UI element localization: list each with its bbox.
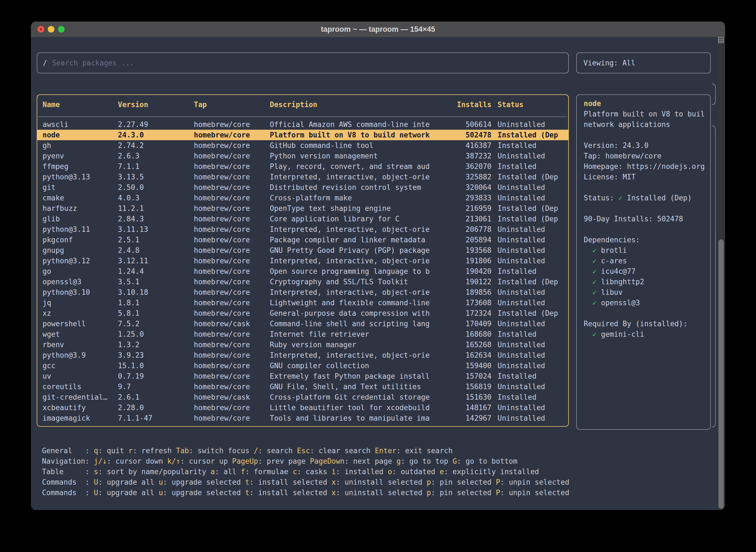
cell-description: GNU Pretty Good Privacy (PGP) package (270, 246, 430, 255)
help-text: : uninstall selected (336, 489, 426, 497)
cell-name: imagemagick (42, 414, 118, 422)
cell-tap: homebrew/core (194, 236, 270, 244)
cell-version: 2.50.0 (118, 183, 194, 191)
table-row[interactable]: coreutils9.7homebrew/coreGNU File, Shell… (37, 382, 568, 392)
table-row[interactable]: pyenv2.6.3homebrew/corePython version ma… (37, 151, 568, 161)
table-row[interactable]: python@3.123.12.11homebrew/coreInterpret… (37, 256, 568, 266)
table-row[interactable]: imagemagick7.1.1-47homebrew/coreTools an… (37, 413, 568, 423)
help-text: General : (42, 446, 94, 455)
cell-name: git-credential… (42, 393, 118, 401)
cell-tap: homebrew/core (194, 404, 270, 412)
cell-installs: 191806 (430, 257, 492, 265)
viewing-filter[interactable]: Viewing: All (576, 52, 711, 74)
cell-tap: homebrew/core (194, 152, 270, 160)
cell-status: Installed (492, 162, 558, 170)
check-icon: ✓ (592, 257, 597, 265)
cell-name: wget (42, 330, 118, 338)
table-row[interactable]: node24.3.0homebrew/corePlatform built on… (37, 130, 568, 140)
cell-installs: 205894 (430, 236, 492, 244)
cell-status: Uninstalled (492, 351, 558, 359)
check-icon: ✓ (592, 330, 597, 338)
column-header-tap[interactable]: Tap (194, 101, 270, 109)
cell-tap: homebrew/core (194, 372, 270, 380)
help-text: Table : (42, 467, 94, 476)
table-row[interactable]: awscli2.27.49homebrew/coreOfficial Amazo… (37, 119, 568, 130)
table-row[interactable]: python@3.93.9.23homebrew/coreInterpreted… (37, 350, 568, 361)
scrollbar-thumb[interactable] (719, 239, 724, 509)
cell-description: Command-line shell and scripting langua… (270, 320, 430, 328)
table-row[interactable]: powershell7.5.2homebrew/caskCommand-line… (37, 318, 568, 329)
search-box[interactable]: / (37, 52, 569, 74)
cell-description: Interpreted, interactive, object-orient… (270, 173, 430, 181)
table-row[interactable]: ffmpeg7.1.1homebrew/corePlay, record, co… (37, 161, 568, 172)
table-row[interactable]: jq1.8.1homebrew/coreLightweight and flex… (37, 297, 568, 308)
detail-package-name: node (584, 99, 601, 108)
help-text: : switch focus (189, 446, 254, 455)
cell-name: python@3.12 (42, 257, 118, 265)
cell-description: Distributed revision control system (270, 183, 430, 191)
column-header-version[interactable]: Version (118, 101, 194, 109)
table-row[interactable]: xz5.8.1homebrew/coreGeneral-purpose data… (37, 308, 568, 318)
cell-description: Python version management (270, 152, 430, 160)
cell-installs: 159400 (430, 362, 492, 370)
cell-version: 11.2.1 (118, 204, 194, 213)
table-row[interactable]: gcc15.1.0homebrew/coreGNU compiler colle… (37, 361, 568, 371)
table-row[interactable]: python@3.113.11.13homebrew/coreInterpret… (37, 224, 568, 235)
help-text: : quit (98, 446, 129, 455)
help-line: General : q: quit r: refresh Tab: switch… (42, 445, 570, 456)
cell-installs: 168680 (430, 330, 492, 338)
cell-tap: homebrew/core (194, 257, 270, 265)
cell-installs: 206778 (430, 225, 492, 234)
cell-name: git (42, 183, 118, 191)
column-header-description[interactable]: Description (270, 101, 430, 109)
cell-tap: homebrew/core (194, 383, 270, 391)
detail-line: ✓ c-ares (584, 256, 710, 266)
table-row[interactable]: openssl@33.5.1homebrew/coreCryptography … (37, 277, 568, 287)
table-row[interactable]: git2.50.0homebrew/coreDistributed revisi… (37, 182, 568, 193)
cell-tap: homebrew/core (194, 267, 270, 275)
table-row[interactable]: glib2.84.3homebrew/coreCore application … (37, 214, 568, 224)
cell-status: Uninstalled (492, 299, 558, 307)
table-row[interactable]: xcbeautify2.28.0homebrew/coreLittle beau… (37, 402, 568, 413)
table-row[interactable]: go1.24.4homebrew/coreOpen source program… (37, 266, 568, 277)
help-line: Commands : U: upgrade all u: upgrade sel… (42, 477, 570, 488)
cell-version: 7.5.2 (118, 320, 194, 328)
cell-installs: 325882 (430, 173, 492, 181)
table-row[interactable]: git-credential…2.6.1homebrew/caskCross-p… (37, 392, 568, 402)
search-input[interactable] (51, 58, 563, 67)
column-header-status[interactable]: Status (492, 101, 558, 109)
column-header-name[interactable]: Name (42, 101, 118, 109)
help-text: : sort by name/popularity (98, 467, 211, 476)
cell-description: Play, record, convert, and stream audio… (270, 162, 430, 170)
table-row[interactable]: python@3.103.10.18homebrew/coreInterpret… (37, 287, 568, 297)
table-row[interactable]: cmake4.0.3homebrew/coreCross-platform ma… (37, 193, 568, 203)
cell-version: 1.25.0 (118, 330, 194, 338)
cell-status: Uninstalled (492, 194, 558, 202)
table-row[interactable]: harfbuzz11.2.1homebrew/coreOpenType text… (37, 203, 568, 214)
detail-line: node (584, 98, 710, 109)
table-row[interactable]: rbenv1.3.2homebrew/coreRuby version mana… (37, 339, 568, 350)
table-row[interactable]: wget1.25.0homebrew/coreInternet file ret… (37, 329, 568, 339)
column-header-installs[interactable]: Installs (430, 101, 492, 109)
table-row[interactable]: gnupg2.4.8homebrew/coreGNU Pretty Good P… (37, 245, 568, 256)
cell-status: Installed (492, 393, 558, 401)
window-title: taproom ~ — taproom — 154×45 (321, 25, 435, 34)
cell-name: python@3.13 (42, 173, 118, 181)
cell-installs: 293833 (430, 194, 492, 202)
cell-installs: 156819 (430, 383, 492, 391)
cell-description: Internet file retriever (270, 330, 430, 338)
zoom-button[interactable] (58, 26, 65, 32)
table-row[interactable]: gh2.74.2homebrew/coreGitHub command-line… (37, 140, 568, 151)
check-icon: ✓ (592, 246, 597, 255)
table-row[interactable]: pkgconf2.5.1homebrew/corePackage compile… (37, 235, 568, 245)
cell-name: awscli (42, 120, 118, 129)
close-button[interactable] (37, 26, 44, 32)
cell-description: Interpreted, interactive, object-orient… (270, 351, 430, 359)
scrollbar-track[interactable] (717, 37, 725, 510)
cell-tap: homebrew/cask (194, 320, 270, 328)
help-key: x (332, 478, 336, 486)
cell-version: 3.9.23 (118, 351, 194, 359)
table-row[interactable]: python@3.133.13.5homebrew/coreInterprete… (37, 172, 568, 182)
table-row[interactable]: uv0.7.19homebrew/coreExtremely fast Pyth… (37, 371, 568, 382)
minimize-button[interactable] (48, 26, 54, 32)
